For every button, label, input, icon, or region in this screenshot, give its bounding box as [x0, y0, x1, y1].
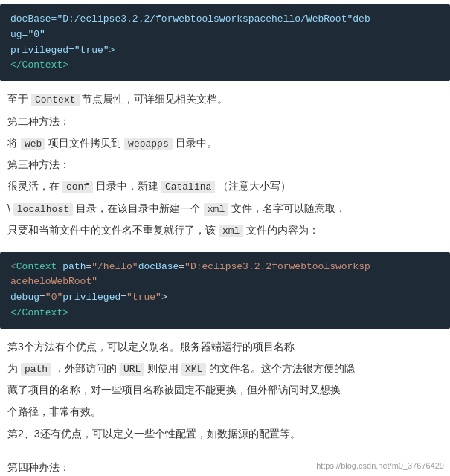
code-line-2: ug="0": [10, 29, 45, 40]
inline-code-url: URL: [120, 363, 144, 376]
text-para-4: 第三种方法：: [7, 155, 443, 174]
text2-para-3: 藏了项目的名称，对一些项目名称被固定不能更换，但外部访问时又想换: [7, 381, 443, 399]
text2-para-4: 个路径，非常有效。: [7, 402, 443, 421]
inline-code-localhost: localhost: [13, 203, 73, 216]
text2-para-2: 为 path ，外部访问的 URL 则使用 XML 的文件名。这个方法很方便的隐: [7, 359, 443, 378]
text-para-5: 很灵活，在 conf 目录中，新建 Catalina （注意大小写）: [7, 177, 443, 196]
text-para-6: \ localhost 目录，在该目录中新建一个 xml 文件，名字可以随意取，: [7, 199, 443, 218]
code2-line-1: <Context path="/hello"docBase="D:eclipse…: [10, 261, 370, 272]
text-para-3: 将 web 项目文件拷贝到 webapps 目录中。: [7, 134, 443, 152]
text-para-1: 至于 Context 节点属性，可详细见相关文档。: [7, 90, 443, 109]
inline-code-webapps: webapps: [124, 138, 173, 150]
code-block-2: <Context path="/hello"docBase="D:eclipse…: [0, 252, 450, 329]
text-section-1: 至于 Context 节点属性，可详细见相关文档。 第二种方法： 将 web 项…: [0, 86, 450, 247]
inline-code-conf: conf: [62, 181, 93, 193]
inline-code-xml-2: xml: [219, 225, 243, 237]
code-block-1: docBase="D:/eclipse3.2.2/forwebtoolswork…: [0, 4, 450, 81]
inline-code-catalina: Catalina: [161, 181, 215, 193]
code-line-4: </Context>: [10, 60, 68, 71]
text-para-2: 第二种方法：: [7, 112, 443, 131]
text2-para-5: 第2、3还有优点，可以定义一些个性配置，如数据源的配置等。: [7, 425, 443, 443]
text-para-7: 只要和当前文件中的文件名不重复就行了，该 xml 文件的内容为：: [7, 221, 443, 239]
inline-code-web: web: [21, 138, 45, 150]
inline-code-context: Context: [31, 94, 80, 106]
code-line-1: docBase="D:/eclipse3.2.2/forwebtoolswork…: [10, 13, 370, 25]
text2-para-1: 第3个方法有个优点，可以定义别名。服务器端运行的项目名称: [7, 338, 443, 356]
code2-line-3: debug="0"privileged="true">: [10, 292, 167, 303]
code-line-3: privileged="true">: [10, 45, 115, 56]
watermark: https://blog.csdn.net/m0_37676429: [316, 461, 444, 470]
code2-line-4: </Context>: [10, 307, 68, 318]
inline-code-path: path: [21, 363, 51, 376]
code2-line-2: aceheloWebRoot": [10, 276, 97, 287]
inline-code-xml-1: xml: [204, 203, 228, 216]
text-section-2: 第3个方法有个优点，可以定义别名。服务器端运行的项目名称 为 path ，外部访…: [0, 333, 450, 451]
inline-code-xml-3: XML: [181, 363, 206, 376]
